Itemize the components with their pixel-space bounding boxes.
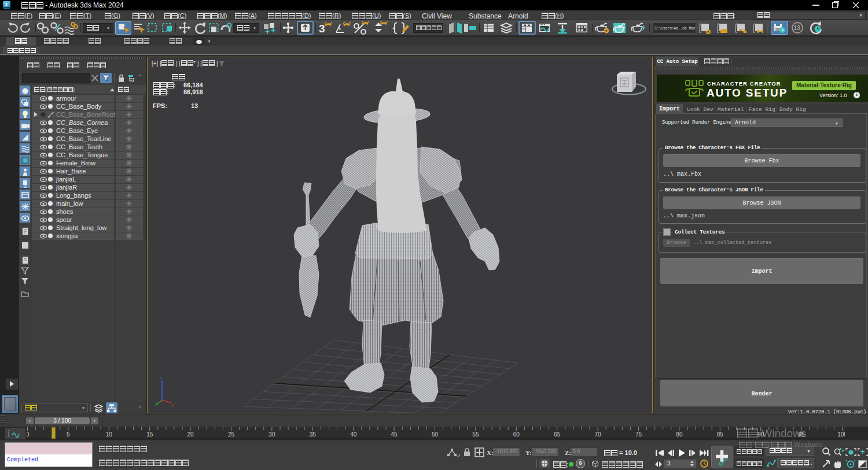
svg-text:0: 0 [27,431,30,438]
svg-text:25: 25 [228,431,235,438]
svg-text:50: 50 [432,431,439,438]
svg-text:45: 45 [391,431,398,438]
svg-text:3: 3 [319,23,325,35]
svg-text:85: 85 [717,431,724,438]
svg-text:15: 15 [146,431,153,438]
svg-text:13: 13 [794,25,801,31]
svg-text:z: z [160,375,162,380]
svg-text:x: x [171,403,174,408]
svg-text:30: 30 [269,431,275,438]
svg-text:55: 55 [472,431,479,438]
svg-text:80: 80 [676,431,683,438]
svg-text:y: y [155,401,157,406]
svg-text:60: 60 [513,431,520,438]
svg-text:70: 70 [595,431,602,438]
svg-text:75: 75 [635,431,642,438]
svg-text:65: 65 [554,431,561,438]
svg-text:35: 35 [310,431,317,438]
svg-text:5: 5 [67,431,70,438]
svg-text:100: 100 [837,431,845,438]
svg-text:10: 10 [106,431,113,438]
svg-text:20: 20 [187,431,194,438]
svg-text:40: 40 [350,431,357,438]
